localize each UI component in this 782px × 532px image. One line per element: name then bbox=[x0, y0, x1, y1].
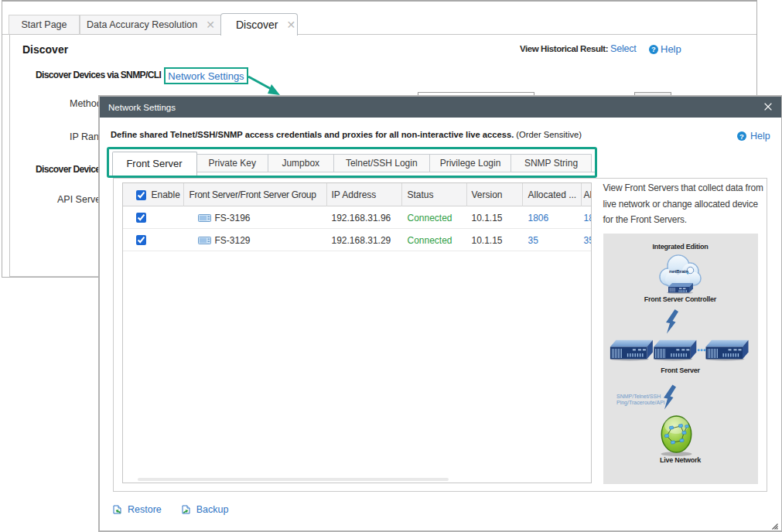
svg-text:SNMP/Telnet/SSH: SNMP/Telnet/SSH bbox=[616, 393, 661, 398]
svg-text:Ping/Traceroute/API: Ping/Traceroute/API bbox=[616, 400, 665, 406]
svg-text:netBrain: netBrain bbox=[669, 268, 688, 274]
